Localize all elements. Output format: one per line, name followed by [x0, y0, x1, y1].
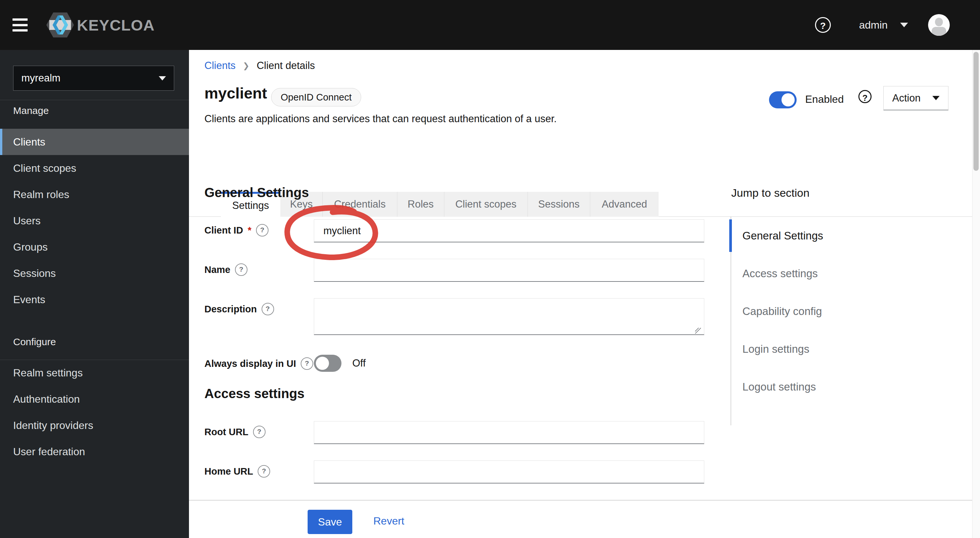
root-url-label: Root URL	[204, 426, 266, 438]
enabled-toggle[interactable]	[769, 91, 797, 108]
name-help-icon[interactable]	[235, 263, 247, 276]
svg-text:KEYCLOAK: KEYCLOAK	[77, 16, 154, 34]
sidebar-item-clients[interactable]: Clients	[0, 129, 189, 155]
chevron-down-icon	[932, 96, 940, 100]
client-id-help-icon[interactable]	[256, 224, 269, 236]
sidebar-item-sessions[interactable]: Sessions	[0, 260, 189, 286]
realm-selector[interactable]: myrealm	[13, 66, 174, 90]
tab-advanced[interactable]: Advanced	[590, 192, 659, 217]
always-display-help-icon[interactable]	[301, 357, 313, 370]
protocol-badge: OpenID Connect	[271, 88, 361, 106]
general-settings-heading: General Settings	[204, 185, 309, 200]
keycloak-logo: KEYCLOAK	[46, 11, 154, 39]
required-asterisk: *	[248, 225, 251, 236]
enabled-label: Enabled	[805, 93, 844, 105]
breadcrumb-current: Client details	[257, 60, 315, 71]
page-title: myclient	[204, 84, 267, 102]
client-id-input[interactable]	[314, 219, 704, 243]
sidebar-item-groups[interactable]: Groups	[0, 234, 189, 260]
action-dropdown-label: Action	[892, 92, 921, 104]
resize-handle-icon[interactable]	[695, 328, 701, 334]
nav-toggle-hamburger-icon[interactable]	[13, 18, 28, 32]
realm-name: myrealm	[21, 72, 60, 84]
home-url-help-icon[interactable]	[258, 465, 270, 478]
masthead: KEYCLOAK admin	[0, 0, 980, 50]
sidebar-item-events[interactable]: Events	[0, 286, 189, 313]
sidebar-item-realm-settings[interactable]: Realm settings	[0, 360, 189, 386]
description-help-icon[interactable]	[262, 303, 274, 315]
sidebar-item-users[interactable]: Users	[0, 208, 189, 234]
keycloak-admin-console: KEYCLOAK admin myrealm Manage Clients Cl…	[0, 0, 980, 538]
avatar-person-icon	[935, 18, 943, 26]
chevron-down-icon	[159, 76, 166, 81]
jump-to-section-heading: Jump to section	[731, 187, 810, 199]
description-label: Description	[204, 303, 274, 315]
jump-link-access-settings[interactable]: Access settings	[731, 254, 902, 292]
breadcrumb: Clients ❯ Client details	[204, 60, 315, 71]
keycloak-logo-icon: KEYCLOAK	[46, 11, 154, 39]
sidebar-item-authentication[interactable]: Authentication	[0, 386, 189, 412]
home-url-input[interactable]	[314, 460, 704, 484]
sidebar-item-realm-roles[interactable]: Realm roles	[0, 181, 189, 208]
global-help-icon[interactable]	[815, 17, 831, 33]
home-url-label: Home URL	[204, 465, 270, 478]
sidebar: myrealm Manage Clients Client scopes Rea…	[0, 50, 189, 538]
chevron-down-icon	[900, 23, 908, 27]
sidebar-item-identity-providers[interactable]: Identity providers	[0, 412, 189, 438]
avatar[interactable]	[928, 14, 950, 36]
user-name: admin	[859, 19, 888, 31]
jump-link-login-settings[interactable]: Login settings	[731, 330, 902, 368]
tab-sessions[interactable]: Sessions	[528, 192, 590, 217]
section-label-configure: Configure	[13, 336, 56, 348]
always-display-label: Always display in UI	[204, 357, 313, 370]
jump-link-logout-settings[interactable]: Logout settings	[731, 368, 902, 406]
jump-to-section-list: General Settings Access settings Capabil…	[730, 217, 915, 425]
client-id-label: Client ID *	[204, 224, 269, 236]
revert-link[interactable]: Revert	[373, 515, 404, 527]
tab-client-scopes[interactable]: Client scopes	[444, 192, 528, 217]
name-label: Name	[204, 263, 247, 276]
access-settings-heading: Access settings	[204, 386, 305, 401]
enabled-help-icon[interactable]	[858, 90, 872, 103]
scrollbar-thumb[interactable]	[974, 52, 979, 171]
sidebar-item-user-federation[interactable]: User federation	[0, 438, 189, 465]
always-display-state: Off	[352, 357, 366, 369]
user-dropdown[interactable]: admin	[857, 17, 910, 33]
jump-link-capability-config[interactable]: Capability config	[731, 292, 902, 330]
description-textarea[interactable]	[314, 298, 704, 335]
main-content: Clients ❯ Client details myclient OpenID…	[189, 50, 972, 538]
footer-divider	[189, 500, 972, 501]
jump-link-general-settings[interactable]: General Settings	[731, 217, 902, 254]
name-input[interactable]	[314, 259, 704, 282]
always-display-toggle[interactable]	[314, 355, 342, 372]
root-url-help-icon[interactable]	[253, 426, 266, 438]
tab-credentials[interactable]: Credentials	[323, 192, 397, 217]
client-subtitle: Clients are applications and services th…	[204, 113, 557, 125]
action-dropdown[interactable]: Action	[883, 86, 948, 110]
chevron-right-icon: ❯	[243, 61, 250, 70]
sidebar-item-client-scopes[interactable]: Client scopes	[0, 155, 189, 181]
breadcrumb-link-clients[interactable]: Clients	[204, 60, 235, 71]
root-url-input[interactable]	[314, 421, 704, 444]
tab-roles[interactable]: Roles	[397, 192, 444, 217]
section-label-manage: Manage	[13, 105, 49, 116]
save-button[interactable]: Save	[308, 510, 352, 534]
